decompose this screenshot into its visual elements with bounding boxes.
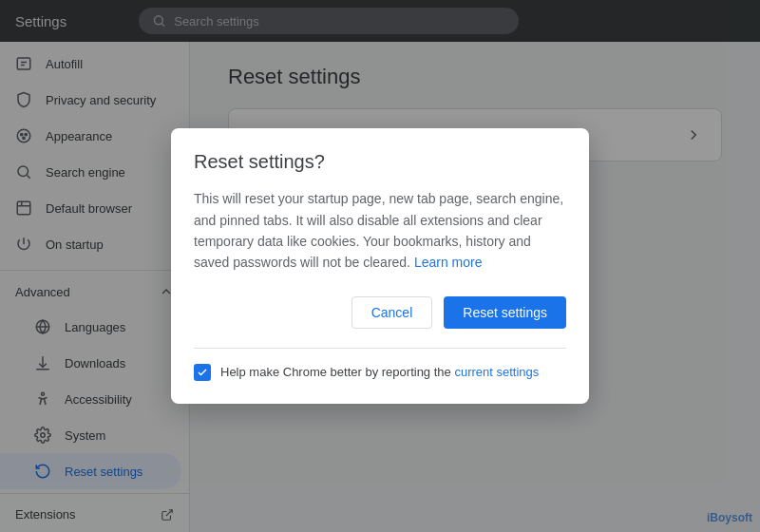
footer-text: Help make Chrome better by reporting the xyxy=(220,365,451,379)
reporting-checkbox[interactable] xyxy=(194,364,211,381)
dialog-title: Reset settings? xyxy=(194,151,566,173)
dialog-footer: Help make Chrome better by reporting the… xyxy=(194,348,566,381)
main-layout: Autofill Privacy and security Appearance… xyxy=(0,42,760,532)
reset-settings-button[interactable]: Reset settings xyxy=(444,296,566,329)
dialog-overlay: Reset settings? This will reset your sta… xyxy=(190,42,760,532)
dialog-body: This will reset your startup page, new t… xyxy=(194,188,566,274)
dialog-body-text: This will reset your startup page, new t… xyxy=(194,191,563,270)
learn-more-link[interactable]: Learn more xyxy=(414,255,483,270)
main-content: Reset settings Restore settings to their… xyxy=(190,42,760,532)
cancel-button[interactable]: Cancel xyxy=(352,296,433,329)
reset-dialog: Reset settings? This will reset your sta… xyxy=(190,128,589,404)
checkmark-icon xyxy=(197,367,208,378)
current-settings-link[interactable]: current settings xyxy=(454,365,539,379)
checkbox-wrapper: Help make Chrome better by reporting the… xyxy=(194,364,539,381)
dialog-actions: Cancel Reset settings xyxy=(194,296,566,329)
checkbox-text: Help make Chrome better by reporting the… xyxy=(220,365,539,379)
